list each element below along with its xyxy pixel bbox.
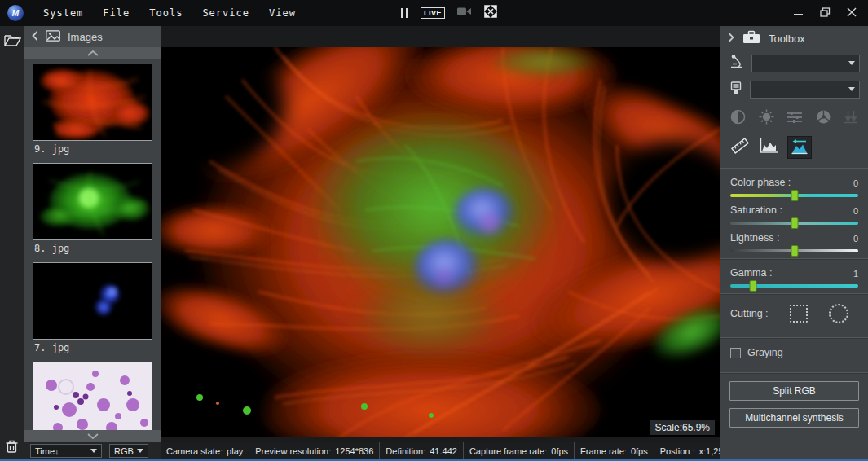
thumbnail-image-red[interactable] xyxy=(33,64,152,141)
thumbnail-label: 7. jpg xyxy=(34,342,161,354)
chevron-down-icon xyxy=(90,449,97,453)
multichannel-synthesis-button[interactable]: Multichannel synthesis xyxy=(729,408,859,428)
trash-icon[interactable] xyxy=(6,440,18,456)
gamma-value: 1 xyxy=(853,269,858,279)
thumbnail-item[interactable]: 8. jpg xyxy=(33,163,161,255)
gamma-slider-block: Gamma : 1 xyxy=(720,267,868,288)
status-preview-resolution: Preview resolution:1254*836 xyxy=(249,442,380,459)
thumbnail-image-stain[interactable] xyxy=(33,362,152,430)
chevron-down-icon xyxy=(848,87,855,91)
fullscreen-icon[interactable] xyxy=(484,5,497,21)
menu-tools[interactable]: Tools xyxy=(149,7,183,19)
graying-checkbox[interactable] xyxy=(730,348,741,358)
saturation-label: Saturation : xyxy=(730,204,782,216)
images-panel-header: Images xyxy=(24,26,161,47)
menu-file[interactable]: File xyxy=(103,7,130,19)
sort-dropdown-value: Time↓ xyxy=(35,446,59,456)
contrast-icon[interactable] xyxy=(730,109,746,128)
cutting-label: Cutting : xyxy=(730,308,769,319)
image-viewport[interactable]: Scale:65.9% xyxy=(161,26,720,442)
app-logo-icon: M xyxy=(7,5,24,21)
divider xyxy=(720,372,868,374)
color-adjust-sliders: Color phase : 0 Saturation : 0 Lightness… xyxy=(720,177,868,252)
menu-bar: M System File Tools Service View LIVE xyxy=(0,0,868,26)
ruler-icon[interactable] xyxy=(730,137,750,158)
scroll-up-button[interactable] xyxy=(24,47,161,59)
microscopy-image[interactable] xyxy=(161,47,720,437)
toolbox-header: Toolbox xyxy=(720,26,868,50)
images-panel-footer: Time↓ RGB xyxy=(24,442,161,459)
microscope-icon xyxy=(729,55,744,72)
live-badge[interactable]: LIVE xyxy=(421,7,445,19)
color-phase-label: Color phase : xyxy=(730,177,791,188)
sort-dropdown[interactable]: Time↓ xyxy=(30,444,102,458)
brightness-icon[interactable] xyxy=(759,109,774,128)
lightness-value: 0 xyxy=(853,234,858,244)
channel-dropdown-value: RGB xyxy=(114,446,134,456)
cutting-tools-row: Cutting : xyxy=(720,295,868,331)
chevron-down-icon xyxy=(848,61,855,65)
collapse-left-chevron-icon[interactable] xyxy=(32,31,38,43)
histogram-icon[interactable] xyxy=(759,138,778,157)
toolbox-panel: Toolbox xyxy=(720,26,868,459)
window-controls xyxy=(794,0,857,26)
divider xyxy=(720,168,868,169)
rect-crop-button[interactable] xyxy=(790,305,808,323)
collapse-right-chevron-icon[interactable] xyxy=(728,33,734,45)
menu-service[interactable]: Service xyxy=(202,7,249,19)
color-phase-slider[interactable] xyxy=(730,194,858,197)
thumbnail-image-green[interactable] xyxy=(33,163,152,240)
images-panel: Images xyxy=(24,26,161,459)
open-folder-icon[interactable] xyxy=(4,33,21,50)
channel-dropdown[interactable]: RGB xyxy=(109,444,148,458)
lightness-slider[interactable] xyxy=(730,249,858,252)
minimize-button[interactable] xyxy=(794,6,804,20)
thumbnail-image-blue[interactable] xyxy=(33,262,152,340)
levels-icon[interactable] xyxy=(786,111,803,127)
saturation-value: 0 xyxy=(853,206,858,216)
slider-thumb[interactable] xyxy=(750,280,757,292)
gamma-slider[interactable] xyxy=(730,284,858,288)
microscope-dropdown[interactable] xyxy=(751,55,860,72)
thumbnail-item[interactable] xyxy=(33,362,161,430)
color-wheel-icon[interactable] xyxy=(816,109,831,128)
pause-icon[interactable] xyxy=(401,8,408,18)
split-rgb-button[interactable]: Split RGB xyxy=(729,381,859,401)
status-capture-frame-rate: Capture frame rate:0fps xyxy=(464,442,575,459)
restore-button[interactable] xyxy=(820,6,831,20)
thumbnail-item[interactable]: 9. jpg xyxy=(33,64,161,156)
close-button[interactable] xyxy=(847,6,857,20)
status-camera-state: Camera state:play xyxy=(161,442,249,459)
measure-tools-row xyxy=(720,130,868,162)
scroll-down-button[interactable] xyxy=(24,430,161,442)
menu-system[interactable]: System xyxy=(43,7,83,19)
microscope-source-row xyxy=(720,50,868,77)
image-adjust-button[interactable] xyxy=(787,136,812,159)
ellipse-crop-button[interactable] xyxy=(829,304,848,323)
images-panel-title: Images xyxy=(68,31,103,43)
thumbnail-item[interactable]: 7. jpg xyxy=(33,262,161,354)
gamma-label: Gamma : xyxy=(730,267,772,279)
graying-label: Graying xyxy=(747,347,783,358)
adjustment-tools-row xyxy=(720,103,868,130)
graying-row: Graying xyxy=(720,339,868,367)
white-balance-icon[interactable] xyxy=(844,110,858,127)
status-bar: Camera state:play Preview resolution:125… xyxy=(161,442,720,459)
toolbox-icon xyxy=(742,30,760,46)
toolbox-title: Toolbox xyxy=(769,33,805,45)
left-rail xyxy=(0,26,24,459)
slider-thumb[interactable] xyxy=(791,217,798,229)
slider-thumb[interactable] xyxy=(791,245,798,257)
divider xyxy=(720,258,868,260)
status-definition: Definition:41.442 xyxy=(380,442,464,459)
thumbnail-label: 9. jpg xyxy=(34,143,161,156)
saturation-slider[interactable] xyxy=(730,222,858,225)
menu-view[interactable]: View xyxy=(269,7,296,19)
scale-badge: Scale:65.9% xyxy=(650,420,715,435)
record-icon[interactable] xyxy=(457,6,472,20)
slider-thumb[interactable] xyxy=(791,190,798,201)
status-frame-rate: Frame rate:0fps xyxy=(575,442,654,459)
images-icon xyxy=(46,30,60,44)
camera-dropdown[interactable] xyxy=(750,81,860,99)
chevron-down-icon xyxy=(137,449,143,453)
